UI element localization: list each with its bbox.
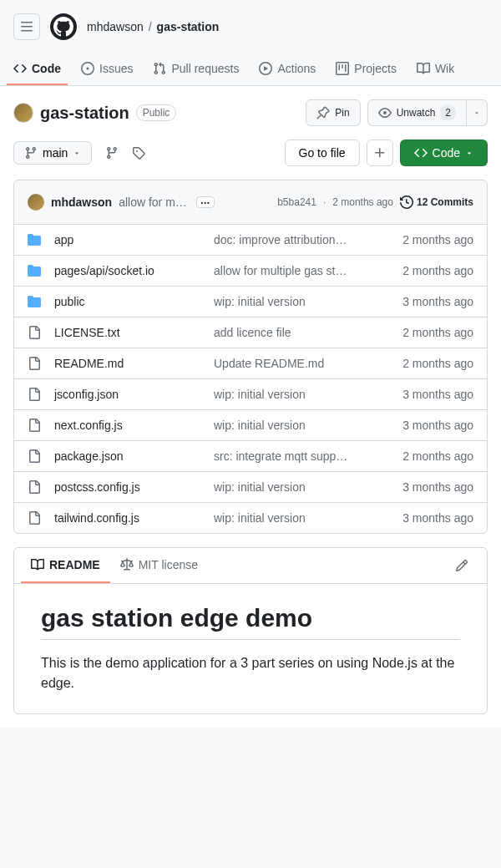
- code-icon: [13, 62, 27, 75]
- github-icon: [53, 17, 73, 37]
- hamburger-menu[interactable]: [13, 13, 40, 40]
- unwatch-label: Unwatch: [397, 104, 436, 121]
- triangle-down-icon: [473, 109, 480, 116]
- nav-wiki-label: Wik: [435, 62, 454, 75]
- edit-readme-button[interactable]: [450, 554, 473, 577]
- visibility-badge: Public: [136, 104, 177, 121]
- actions-icon: [259, 62, 272, 75]
- file-commit-msg[interactable]: wip: initial version: [214, 388, 389, 401]
- file-commit-msg[interactable]: wip: initial version: [214, 295, 389, 308]
- file-icon: [28, 326, 41, 339]
- pin-button[interactable]: Pin: [306, 99, 360, 126]
- nav-wiki[interactable]: Wik: [410, 53, 461, 85]
- file-name-link[interactable]: tailwind.config.js: [54, 511, 139, 525]
- wiki-icon: [417, 62, 430, 75]
- nav-actions-label: Actions: [277, 62, 316, 75]
- breadcrumb-owner[interactable]: mhdawson: [87, 20, 144, 33]
- pin-label: Pin: [335, 104, 349, 121]
- license-tab-label: MIT license: [139, 558, 198, 571]
- commit-sha[interactable]: b5ba241: [277, 196, 316, 208]
- file-name-link[interactable]: app: [54, 233, 73, 246]
- history-icon: [400, 195, 413, 209]
- file-icon: [28, 511, 41, 525]
- nav-issues[interactable]: Issues: [74, 53, 139, 85]
- file-row: package.json src: integrate mqtt supp… 2…: [14, 441, 487, 472]
- nav-pulls[interactable]: Pull requests: [146, 53, 245, 85]
- readme-tab[interactable]: README: [21, 548, 110, 583]
- projects-icon: [336, 62, 349, 75]
- file-name-link[interactable]: jsconfig.json: [54, 388, 119, 401]
- file-name-link[interactable]: README.md: [54, 357, 124, 370]
- file-date: 3 months ago: [402, 511, 473, 525]
- add-file-button[interactable]: [367, 140, 393, 166]
- file-name-link[interactable]: next.config.js: [54, 419, 123, 432]
- unwatch-dropdown[interactable]: [467, 99, 488, 126]
- commit-more[interactable]: •••: [196, 196, 215, 208]
- nav-projects-label: Projects: [354, 62, 397, 75]
- file-icon: [28, 449, 41, 463]
- file-date: 2 months ago: [402, 233, 473, 246]
- nav-projects[interactable]: Projects: [329, 53, 403, 85]
- file-commit-msg[interactable]: Update README.md: [214, 357, 389, 370]
- file-name-link[interactable]: public: [54, 295, 85, 308]
- file-date: 2 months ago: [402, 264, 473, 277]
- file-commit-msg[interactable]: add licence file: [214, 326, 389, 339]
- owner-avatar[interactable]: [13, 103, 33, 123]
- commits-link[interactable]: 12 Commits: [400, 195, 473, 209]
- code-button[interactable]: Code: [400, 140, 488, 166]
- commit-message[interactable]: allow for mul…: [119, 195, 190, 209]
- breadcrumb-repo[interactable]: gas-station: [157, 20, 220, 33]
- file-row: app doc: improve attribution… 2 months a…: [14, 225, 487, 256]
- unwatch-button[interactable]: Unwatch 2: [367, 99, 467, 126]
- file-commit-msg[interactable]: wip: initial version: [214, 511, 389, 525]
- file-icon: [28, 357, 41, 370]
- menu-icon: [20, 20, 33, 33]
- issues-icon: [81, 62, 94, 75]
- code-icon: [414, 146, 428, 160]
- github-logo[interactable]: [50, 13, 77, 40]
- file-row: next.config.js wip: initial version 3 mo…: [14, 410, 487, 441]
- nav-code[interactable]: Code: [7, 53, 68, 85]
- file-name-link[interactable]: package.json: [54, 449, 124, 463]
- file-commit-msg[interactable]: src: integrate mqtt supp…: [214, 449, 389, 463]
- license-tab[interactable]: MIT license: [110, 548, 208, 583]
- nav-code-label: Code: [32, 62, 61, 75]
- nav-issues-label: Issues: [99, 62, 133, 75]
- commits-count: 12 Commits: [417, 196, 473, 208]
- file-name-link[interactable]: LICENSE.txt: [54, 326, 120, 339]
- tags-link[interactable]: [132, 146, 145, 160]
- file-commit-msg[interactable]: doc: improve attribution…: [214, 233, 389, 246]
- file-date: 3 months ago: [402, 295, 473, 308]
- file-name-link[interactable]: postcss.config.js: [54, 480, 140, 494]
- branch-name: main: [43, 146, 68, 160]
- go-to-file-button[interactable]: Go to file: [285, 140, 360, 166]
- law-icon: [120, 558, 134, 571]
- file-row: public wip: initial version 3 months ago: [14, 287, 487, 317]
- pencil-icon: [455, 559, 468, 572]
- commit-time: 2 months ago: [332, 196, 393, 208]
- file-name-link[interactable]: pages/api/socket.io: [54, 264, 154, 277]
- branches-link[interactable]: [105, 146, 119, 160]
- file-commit-msg[interactable]: allow for multiple gas st…: [214, 264, 389, 277]
- file-icon: [28, 419, 41, 432]
- watch-count: 2: [440, 104, 456, 121]
- nav-pulls-label: Pull requests: [171, 62, 239, 75]
- branch-icon: [105, 146, 119, 160]
- triangle-down-icon: [465, 149, 473, 157]
- book-icon: [31, 558, 44, 571]
- commit-avatar[interactable]: [28, 194, 44, 211]
- code-btn-label: Code: [433, 146, 460, 160]
- file-row: jsconfig.json wip: initial version 3 mon…: [14, 379, 487, 410]
- commit-author[interactable]: mhdawson: [51, 195, 112, 209]
- file-icon: [28, 388, 41, 401]
- file-date: 3 months ago: [402, 419, 473, 432]
- nav-actions[interactable]: Actions: [252, 53, 322, 85]
- file-commit-msg[interactable]: wip: initial version: [214, 480, 389, 494]
- branch-selector[interactable]: main: [13, 141, 92, 165]
- repo-name[interactable]: gas-station: [40, 104, 129, 123]
- file-commit-msg[interactable]: wip: initial version: [214, 419, 389, 432]
- file-row: pages/api/socket.io allow for multiple g…: [14, 256, 487, 287]
- tag-icon: [132, 146, 145, 160]
- file-date: 2 months ago: [402, 449, 473, 463]
- eye-icon: [378, 106, 392, 119]
